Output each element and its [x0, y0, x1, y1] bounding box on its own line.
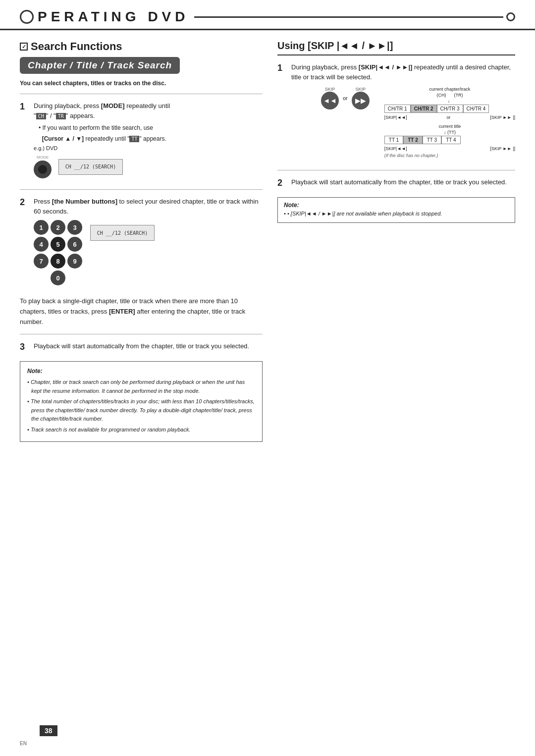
numpad-btn-9: 9	[67, 254, 82, 269]
right-divider-1	[277, 170, 515, 170]
divider-3	[20, 334, 263, 334]
skip-label-left: SKIP	[325, 87, 335, 92]
eg-label: e.g.) DVD	[34, 145, 263, 151]
arrow-indicator: ↓	[384, 99, 515, 104]
page-number-block: 38 EN	[20, 740, 27, 746]
tt-cell-4: TT 4	[441, 136, 460, 144]
ch-tr-indicator: (CH) (TR)	[384, 93, 515, 98]
using-skip-title: Using [SKIP |◄◄ / ►►|]	[277, 40, 515, 55]
note-title-left: Note:	[27, 367, 255, 376]
skip-tt-back-label: [SKIP|◄◄]	[384, 146, 407, 151]
numpad-btn-0: 0	[51, 270, 65, 285]
step-1-block: 1 During playback, press [MODE] repeated…	[20, 101, 263, 182]
diagram-left-section: SKIP ◄◄ or SKIP ▶▶	[321, 87, 370, 111]
numpad-container: 1 2 3 4 5 6 7 8 9 0 CH __/12 (SEARCH)	[34, 220, 263, 285]
section-title: Search Functions	[20, 40, 263, 53]
note-text-right: • [SKIP|◄◄ / ►►|] are not available when…	[287, 211, 442, 216]
skip-fwd-col: SKIP ▶▶	[352, 87, 370, 109]
step-3-content: Playback will start automatically from t…	[34, 341, 263, 354]
page-number: 38	[40, 725, 57, 736]
numpad-btn-2: 2	[51, 220, 65, 235]
numpad-btn-8: 8	[51, 254, 65, 269]
right-step-1-text: During playback, press [SKIP|◄◄ / ►►|] r…	[291, 62, 515, 82]
tt-cell-3: TT 3	[423, 136, 441, 144]
skip-fwd-btn: ▶▶	[352, 92, 370, 109]
step-3-number: 3	[20, 342, 31, 354]
skip-back-col: SKIP ◄◄	[321, 87, 339, 109]
current-ch-tr-label: current chapter/track	[384, 87, 515, 92]
no-chapter-note: (If the disc has no chapter.)	[384, 153, 515, 158]
main-content: Search Functions Chapter / Title / Track…	[0, 30, 535, 452]
tt-indicator: ↓ (TT)	[384, 130, 515, 135]
or-label-2: or	[446, 115, 450, 120]
note-item-2: The total number of chapters/titles/trac…	[31, 397, 255, 424]
step-2-content: Press [the Number buttons] to select you…	[34, 197, 263, 289]
step-1-sub1: • If you want to perform the title searc…	[39, 123, 263, 132]
numpad-btn-3: 3	[67, 220, 82, 235]
step-3-block: 3 Playback will start automatically from…	[20, 341, 263, 354]
step-1-number: 1	[20, 102, 31, 182]
skip-back-btn: ◄◄	[321, 92, 339, 109]
right-step-1-content: During playback, press [SKIP|◄◄ / ►►|] r…	[291, 62, 515, 163]
step-1-content: During playback, press [MODE] repeatedly…	[34, 101, 263, 182]
page-lang: EN	[20, 741, 27, 746]
numpad-btn-1: 1	[34, 220, 49, 235]
header-title: PERATING DVD	[38, 9, 189, 25]
note-box-right: Note: • [SKIP|◄◄ / ►►|] are not availabl…	[277, 197, 515, 223]
lcd-display-2: CH __/12 (SEARCH)	[90, 225, 155, 241]
mode-button	[34, 161, 52, 178]
mode-label: MODE	[37, 155, 49, 160]
using-skip-title-text: Using [SKIP |◄◄ / ►►|]	[277, 40, 393, 51]
skip-label-right: SKIP	[356, 87, 366, 92]
numpad-btn-5: 5	[51, 237, 65, 252]
skip-tt-labels-row: [SKIP|◄◄] [SKIP ►► |]	[384, 146, 515, 151]
note-box-left: Note: Chapter, title or track search can…	[20, 361, 263, 442]
right-step-2-text: Playback will start automatically from t…	[291, 177, 515, 187]
note-item-3: Track search is not available for progra…	[31, 426, 255, 434]
step-2-block: 2 Press [the Number buttons] to select y…	[20, 197, 263, 289]
header-circle-left	[20, 10, 34, 24]
lcd-text-1: CH __/12 (SEARCH)	[65, 164, 116, 169]
page-header: PERATING DVD	[0, 0, 535, 30]
divider-2	[20, 189, 263, 190]
right-step-1-block: 1 During playback, press [SKIP|◄◄ / ►►|]…	[277, 62, 515, 163]
skip-tt-fwd-label: [SKIP ►► |]	[490, 146, 515, 151]
ch-cell-1: CH/TR 1	[384, 105, 411, 113]
ch-cell-2: CH/TR 2	[411, 105, 437, 113]
step-1-display-row: MODE CH __/12 (SEARCH)	[34, 155, 263, 178]
step-2-number: 2	[20, 197, 31, 289]
skip-diagram-wrapper: SKIP ◄◄ or SKIP ▶▶	[291, 87, 515, 158]
left-column: Search Functions Chapter / Title / Track…	[20, 40, 263, 442]
tt-cell-2: TT 2	[403, 136, 423, 144]
numpad-btn-6: 6	[67, 237, 82, 252]
skip-back-label: [SKIP|◄◄]	[384, 115, 407, 120]
step-1-sub2: [Cursor ▲ / ▼] repeatedly until "TT" app…	[39, 134, 263, 143]
ch-tr-table: CH/TR 1 CH/TR 2 CH/TR 3 CH/TR 4	[384, 105, 515, 113]
step-3-text: Playback will start automatically from t…	[34, 341, 263, 351]
subtitle: You can select chapters, titles or track…	[20, 80, 263, 87]
current-title-label: current title	[384, 124, 515, 129]
numpad: 1 2 3 4 5 6 7 8 9 0	[34, 220, 82, 285]
step-2-text: Press [the Number buttons] to select you…	[34, 197, 263, 216]
right-step-1-number: 1	[277, 63, 288, 163]
right-column: Using [SKIP |◄◄ / ►►|] 1 During playback…	[277, 40, 515, 442]
tt-table: TT 1 TT 2 TT 3 TT 4	[384, 136, 515, 144]
note-title-right: Note:	[284, 202, 509, 209]
header-line	[194, 16, 504, 18]
ch-cell-4: CH/TR 4	[463, 105, 489, 113]
step-1-text: During playback, press [MODE] repeatedly…	[34, 101, 263, 120]
diagram-right-section: current chapter/track (CH) (TR) ↓ CH/TR …	[384, 87, 515, 158]
header-circle-right	[506, 12, 515, 21]
skip-btn-labels-row: [SKIP|◄◄] or [SKIP ►► |]	[384, 115, 515, 120]
lcd-display-1: CH __/12 (SEARCH)	[58, 159, 123, 175]
tt-cell-1: TT 1	[384, 136, 403, 144]
numpad-btn-7: 7	[34, 254, 49, 269]
divider-1	[20, 94, 263, 94]
section-title-text: Search Functions	[31, 40, 122, 53]
or-label: or	[343, 95, 348, 101]
chapter-banner: Chapter / Title / Track Search	[20, 57, 180, 74]
ch-cell-3: CH/TR 3	[437, 105, 463, 113]
body-text: To play back a single-digit chapter, tit…	[20, 296, 263, 327]
right-step-2-content: Playback will start automatically from t…	[291, 177, 515, 190]
checkbox-icon	[20, 43, 28, 51]
